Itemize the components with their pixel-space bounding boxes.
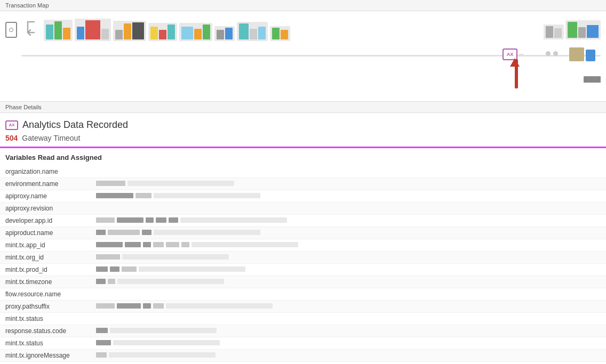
timeline-blocks <box>44 19 541 41</box>
var-value-cell <box>91 166 606 178</box>
var-name-cell: mint.tx.status <box>0 313 91 325</box>
table-row: response.status.code <box>0 325 606 337</box>
blocks-group-3 <box>113 21 146 41</box>
table-row: mint.tx.status <box>0 313 606 325</box>
var-name-cell: mint.tx.ignoreMessage <box>0 350 91 362</box>
mini-block <box>584 76 601 83</box>
transaction-map-header: Transaction Map <box>0 0 606 11</box>
var-value-cell <box>91 190 606 203</box>
table-row: mint.tx.status <box>0 337 606 350</box>
table-row: mint.tx.app_id <box>0 239 606 252</box>
var-name-cell: apiproxy.revision <box>0 203 91 215</box>
status-code: 504 <box>5 134 18 142</box>
status-text: Gateway Timeout <box>22 134 80 142</box>
var-value-cell <box>91 325 606 337</box>
timeline-line-row: AX <box>5 43 601 75</box>
table-row: mint.tx.timezone <box>0 276 606 288</box>
phase-details-content: AX Analytics Data Recorded 504 Gateway T… <box>0 113 606 148</box>
var-name-cell: environment.name <box>0 178 91 190</box>
phase-title-row: AX Analytics Data Recorded <box>5 119 601 131</box>
table-row: environment.name <box>0 178 606 190</box>
var-value-cell <box>91 252 606 264</box>
timeline-row1 <box>0 11 606 43</box>
var-value-cell <box>91 227 606 239</box>
end-blocks <box>569 47 595 61</box>
var-name-cell: mint.tx.status <box>0 337 91 350</box>
red-arrow <box>513 59 520 96</box>
var-value-cell <box>91 276 606 288</box>
dot-2 <box>553 51 558 56</box>
table-row: proxy.pathsuffix <box>0 301 606 313</box>
dot-1 <box>546 51 551 56</box>
variables-title: Variables Read and Assigned <box>0 153 606 166</box>
phase-name: Analytics Data Recorded <box>22 119 128 131</box>
var-value-cell <box>91 301 606 313</box>
var-value-cell <box>91 313 606 325</box>
var-name-cell: mint.tx.timezone <box>0 276 91 288</box>
phase-details-title: Phase Details <box>5 104 42 110</box>
var-name-cell: mint.tx.app_id <box>0 239 91 252</box>
var-value-cell <box>91 337 606 350</box>
status-row: 504 Gateway Timeout <box>5 134 601 142</box>
transaction-map-area: AX <box>0 11 606 102</box>
blocks-group-1 <box>44 20 73 41</box>
blocks-group-4 <box>148 23 177 41</box>
blocks-group-6 <box>214 26 235 41</box>
phase-ax-badge: AX <box>5 120 18 130</box>
table-row: mint.tx.org_id <box>0 252 606 264</box>
phone-icon <box>5 22 17 38</box>
table-row: developer.app.id <box>0 215 606 227</box>
var-name-cell: apiproduct.name <box>0 227 91 239</box>
var-name-cell: mint.tx.prod_id <box>0 264 91 276</box>
var-value-cell <box>91 350 606 362</box>
table-row: flow.resource.name <box>0 288 606 301</box>
variables-table: organization.nameenvironment.nameapiprox… <box>0 166 606 362</box>
var-name-cell: flow.resource.name <box>0 288 91 301</box>
blocks-group-7 <box>237 22 268 41</box>
var-name-cell: apiproxy.name <box>0 190 91 203</box>
table-row: apiproxy.name <box>0 190 606 203</box>
var-name-cell: organization.name <box>0 166 91 178</box>
transaction-map-title: Transaction Map <box>5 2 49 9</box>
table-row: mint.tx.ignoreMessage <box>0 350 606 362</box>
table-row: apiproduct.name <box>0 227 606 239</box>
blocks-group-5 <box>179 23 212 41</box>
table-row: mint.tx.prod_id <box>0 264 606 276</box>
back-arrow-icon <box>23 19 39 41</box>
phase-details-header: Phase Details <box>0 102 606 113</box>
table-row: organization.name <box>0 166 606 178</box>
var-name-cell: response.status.code <box>0 325 91 337</box>
blocks-group-8 <box>270 26 290 41</box>
blocks-group-2 <box>75 19 111 41</box>
var-value-cell <box>91 239 606 252</box>
var-value-cell <box>91 178 606 190</box>
var-name-cell: proxy.pathsuffix <box>0 301 91 313</box>
var-value-cell <box>91 203 606 215</box>
timeline-dots <box>546 51 558 56</box>
var-value-cell <box>91 215 606 227</box>
var-name-cell: developer.app.id <box>0 215 91 227</box>
table-row: apiproxy.revision <box>0 203 606 215</box>
var-name-cell: mint.tx.org_id <box>0 252 91 264</box>
var-value-cell <box>91 288 606 301</box>
var-value-cell <box>91 264 606 276</box>
right-blocks <box>544 20 601 39</box>
variables-section: Variables Read and Assigned organization… <box>0 148 606 362</box>
